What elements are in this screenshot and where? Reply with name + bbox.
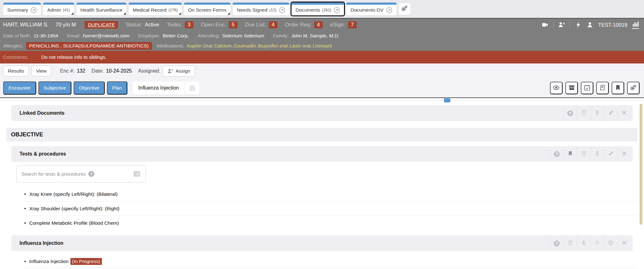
open-new-window-icon[interactable] [386, 7, 392, 13]
attending-value: Selenium Selenium [222, 33, 264, 39]
close-button[interactable] [617, 105, 631, 121]
tab-label: Health Surveillance [80, 7, 123, 13]
browse-list-button[interactable] [133, 170, 141, 178]
allergies-value[interactable]: PENICILLINS , SULFA(SULFONAMIDE ANTIBIOT… [26, 42, 152, 50]
esign-counter[interactable]: eSign:7 [330, 21, 357, 28]
bookmark-button[interactable] [563, 146, 577, 162]
open-enc-counter[interactable]: Open Enc:5 [201, 21, 237, 28]
add-person-icon[interactable] [558, 21, 565, 28]
view-button[interactable]: View [31, 66, 51, 76]
enc-date-value: 10-24-2025 [106, 68, 132, 74]
schedule-button[interactable] [581, 82, 593, 94]
medication-link[interactable]: Lisinopril [313, 43, 332, 49]
chart-book-button[interactable] [563, 235, 577, 251]
open-new-window-icon[interactable] [334, 7, 340, 13]
edit-button[interactable] [604, 146, 617, 162]
tests-search-input[interactable]: Search for tests & procedures [16, 165, 146, 183]
procedure-list-item[interactable]: Complete Metabolic Profile (Blood Chem) [24, 216, 638, 230]
close-button[interactable] [617, 235, 631, 251]
pencil-icon [608, 110, 614, 117]
dictate-button[interactable] [577, 235, 590, 251]
book-icon [599, 84, 606, 92]
bookmark-icon [567, 151, 573, 158]
open-new-window-icon[interactable] [31, 7, 37, 13]
tab-health-surveillance[interactable]: Health Surveillance [76, 3, 127, 15]
dictate-button[interactable] [590, 105, 604, 121]
archive-button[interactable] [565, 82, 578, 94]
lightning-icon[interactable] [575, 21, 582, 28]
email-value[interactable]: horner@mieweb.com [83, 33, 130, 39]
influenza-order-item[interactable]: Influenza Injection (In Progress) [24, 255, 638, 268]
tab-needs-signed[interactable]: Needs Signed(12) [233, 3, 289, 15]
status-badge[interactable]: (In Progress) [70, 258, 102, 265]
tab-summary[interactable]: Summary [3, 3, 41, 15]
video-call-icon[interactable] [541, 21, 548, 28]
due-list-counter[interactable]: Due List:4 [245, 21, 277, 28]
book-icon [567, 240, 573, 247]
counter-badge[interactable]: 4 [269, 21, 277, 28]
tab-documents-dv[interactable]: Documents-DV [346, 3, 396, 15]
close-icon [621, 110, 627, 117]
vertical-scrollbar-thumb[interactable] [640, 104, 642, 225]
comments-bar: Comments: Do not release info to sibling… [0, 51, 644, 63]
medication-link[interactable]: Lasix oral [290, 43, 312, 49]
tab-admin[interactable]: Admin(41) [43, 3, 74, 15]
close-button[interactable] [617, 146, 631, 162]
assign-button[interactable]: Assign [163, 66, 195, 77]
user-id[interactable]: TEST-10019 [598, 22, 627, 28]
nav-encounter-button[interactable]: Encounter [3, 81, 36, 95]
medication-link[interactable]: ibuprofen oral [258, 43, 289, 49]
duplicate-flag[interactable]: DUPLICATE [85, 21, 118, 29]
nav-plan-button[interactable]: Plan [107, 81, 127, 95]
tab-accent-strip [43, 3, 74, 5]
procedure-list-item[interactable]: Xray Knee (specify Left/Right): (Bilater… [24, 187, 638, 201]
medication-link[interactable]: Calcium [214, 43, 233, 49]
document-title-box[interactable]: Influenza Injection [132, 81, 199, 95]
chart-book-button[interactable] [577, 105, 590, 121]
counter-label: Tasks: [167, 22, 182, 28]
open-new-window-icon[interactable] [279, 7, 285, 13]
counter-badge[interactable]: 4 [314, 21, 323, 28]
counter-badge[interactable]: 7 [348, 21, 357, 28]
save-button[interactable] [185, 81, 199, 95]
enc-number-label: Enc #: [60, 68, 74, 74]
counter-badge[interactable]: 3 [185, 21, 193, 28]
patient-name[interactable]: HART, WILLIAM S. [3, 22, 48, 28]
tab-accent-strip [184, 3, 230, 5]
tasks-counter[interactable]: Tasks:3 [167, 21, 193, 28]
procedure-list-item[interactable]: Xray Shoulder (specify Left/Right): (Rig… [24, 201, 638, 216]
medication-link[interactable]: Coumadin [234, 43, 257, 49]
employer-value: Better Corp. [163, 33, 189, 39]
preview-button[interactable] [550, 82, 563, 94]
cancel-order-button[interactable] [604, 235, 617, 251]
patient-header: HART, WILLIAM S. 70 y/o M DUPLICATE Stat… [0, 18, 644, 51]
help-button[interactable] [550, 146, 563, 162]
horizontal-scrollbar-thumb[interactable] [444, 98, 450, 102]
user-icon[interactable] [586, 21, 593, 28]
tab-on-screen-forms[interactable]: On Screen Forms [184, 3, 230, 15]
collapse-button[interactable] [590, 235, 604, 251]
medication-link[interactable]: Aspirin Oral [187, 43, 214, 49]
edit-button[interactable] [604, 105, 617, 121]
influenza-order-list: Influenza Injection (In Progress) [24, 255, 638, 268]
nav-subjective-button[interactable]: Subjective [38, 81, 72, 95]
results-button[interactable]: Results [3, 66, 29, 76]
settings-button[interactable] [627, 82, 640, 94]
horizontal-scrollbar[interactable] [0, 98, 644, 103]
bar-chart-icon[interactable] [632, 21, 639, 29]
chart-book-button[interactable] [577, 146, 590, 162]
order-req-counter[interactable]: Order Req:4 [285, 21, 323, 28]
dictate-button[interactable] [590, 146, 604, 162]
nav-objective-button[interactable]: Objective [74, 81, 105, 95]
microphone-icon [594, 151, 600, 158]
gears-icon [630, 84, 637, 92]
tab-medical-record[interactable]: Medical Record(176) [129, 3, 182, 15]
help-button[interactable] [563, 105, 577, 121]
bookmark-button[interactable] [612, 82, 624, 94]
tab-documents[interactable]: Documents(282) [291, 3, 344, 15]
help-button[interactable] [550, 235, 563, 251]
counter-badge[interactable]: 5 [229, 21, 237, 28]
counter-label: Order Req: [285, 22, 311, 28]
chart-book-button[interactable] [596, 82, 609, 94]
tab-settings-button[interactable] [399, 3, 410, 15]
